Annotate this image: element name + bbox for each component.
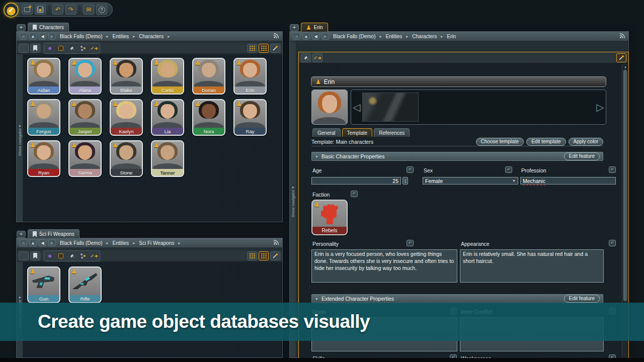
new-tab-button[interactable]: + (290, 24, 299, 31)
character-card[interactable]: ♟Erin (233, 58, 267, 95)
template-tool-button[interactable] (56, 251, 66, 260)
mail-button[interactable]: ✉ (83, 5, 94, 15)
small-grid-view-button[interactable] (247, 251, 257, 260)
connections-tool-button[interactable] (78, 251, 88, 260)
entity-portrait[interactable] (311, 89, 348, 125)
new-tab-button[interactable]: + (17, 24, 26, 31)
entity-tool-button[interactable]: ◆ (45, 44, 55, 53)
template-tool-button[interactable] (56, 44, 66, 53)
carousel-left-icon[interactable]: ◁ (351, 101, 362, 113)
apply-color-button[interactable]: Apply color (569, 138, 603, 146)
profession-reset-button[interactable]: ↶ (609, 166, 616, 173)
character-card[interactable]: ♟Nora (192, 99, 225, 136)
forward-icon[interactable]: ▶ (321, 33, 329, 40)
tab-sci-fi-weapons[interactable]: Sci Fi Weapons (28, 229, 79, 238)
confirm-tool-button[interactable]: ✓➜ (89, 44, 99, 53)
sex-dropdown[interactable]: Female▼ (423, 177, 518, 185)
weapon-card[interactable]: ♟ Gun (27, 266, 60, 303)
tab-template[interactable]: Template (342, 128, 373, 137)
back-icon[interactable]: ◀ (312, 33, 319, 40)
basic-properties-header[interactable]: ▼ Basic Character Properties Edit featur… (311, 152, 603, 161)
preview-image[interactable] (362, 93, 419, 122)
redo-button[interactable]: ↷ (65, 5, 76, 15)
tab-general[interactable]: General (312, 128, 341, 137)
sex-reset-button[interactable]: ↶ (505, 166, 512, 173)
age-reset-button[interactable]: ↶ (407, 166, 414, 173)
choose-template-button[interactable]: Choose template (476, 138, 524, 146)
small-grid-view-button[interactable] (247, 44, 257, 53)
personality-textarea[interactable]: Erin is a very focused person, who loves… (311, 249, 457, 283)
character-filter-button[interactable] (19, 251, 29, 260)
personality-reset-button[interactable]: ↶ (407, 240, 414, 246)
crumb-entities[interactable]: Entities (110, 240, 131, 246)
up-icon[interactable]: ▲ (29, 239, 37, 246)
properties-wand-button[interactable] (616, 53, 626, 62)
home-icon[interactable]: ⌂ (293, 33, 300, 40)
home-icon[interactable]: ⌂ (20, 239, 27, 246)
character-card[interactable]: ♟Dorian (192, 58, 225, 95)
rss-icon[interactable] (273, 33, 279, 40)
edit-template-button[interactable]: Edit template (526, 138, 566, 146)
back-icon[interactable]: ◀ (39, 33, 46, 40)
profession-input[interactable]: Mechanic (520, 177, 616, 185)
confirm-tool-button[interactable]: ✓➜ (89, 251, 99, 260)
appearance-textarea[interactable]: Erin is relatively small. She has natura… (460, 249, 604, 283)
properties-wand-button[interactable] (270, 251, 280, 260)
appearance-reset-button[interactable]: ↶ (609, 240, 616, 246)
up-icon[interactable]: ▲ (29, 33, 37, 40)
tab-references[interactable]: References (374, 128, 410, 137)
character-card[interactable]: ♟Tanner (151, 140, 184, 177)
forward-icon[interactable]: ▶ (48, 33, 56, 40)
app-logo-check-icon[interactable]: ✓ (4, 3, 19, 18)
save-button[interactable] (35, 5, 46, 15)
age-input[interactable]: 25 (311, 177, 401, 185)
character-filter-button[interactable] (19, 44, 29, 53)
entity-tool-button[interactable]: ◆ (45, 251, 55, 260)
help-button[interactable]: ? (96, 5, 107, 15)
confirm-tool-button[interactable]: ✓➜ (312, 53, 323, 62)
crumb-project[interactable]: Black Falls (Demo) (331, 34, 377, 39)
carousel-right-icon[interactable]: ▷ (595, 101, 606, 113)
tab-characters[interactable]: Characters (28, 23, 69, 32)
character-card[interactable]: ♟Curtis (151, 58, 184, 95)
properties-wand-button[interactable] (270, 44, 280, 53)
show-navigator-strip[interactable]: Show navigator ▾ (17, 54, 23, 222)
paint-tool-button[interactable] (67, 44, 77, 53)
character-card[interactable]: ♟Blake (110, 58, 143, 95)
edit-feature-button[interactable]: Edit feature (564, 152, 600, 160)
weapon-card[interactable]: ♟ Rifle (68, 266, 102, 303)
crumb-project[interactable]: Black Falls (Demo) (58, 240, 104, 246)
up-icon[interactable]: ▲ (302, 33, 310, 40)
home-icon[interactable]: ⌂ (20, 33, 27, 40)
rss-icon[interactable] (619, 33, 625, 40)
character-card[interactable]: ♟Sarina (68, 140, 102, 177)
crumb-characters[interactable]: Characters (137, 34, 166, 39)
character-card[interactable]: ♟Aidan (27, 58, 60, 95)
character-card[interactable]: ♟Jasper (68, 99, 102, 136)
scrollbar-thumb[interactable] (623, 70, 627, 301)
back-icon[interactable]: ◀ (39, 239, 46, 246)
character-card[interactable]: ♟Ryan (27, 140, 60, 177)
crumb-project[interactable]: Black Falls (Demo) (58, 34, 104, 39)
new-tab-button[interactable]: + (17, 231, 26, 238)
tab-erin[interactable]: ♟ Erin (301, 23, 328, 32)
character-card[interactable]: ♟Stone (110, 140, 143, 177)
crumb-weapons[interactable]: Sci Fi Weapons (137, 240, 176, 246)
new-button[interactable] (22, 5, 33, 15)
crumb-erin[interactable]: Erin (445, 34, 458, 39)
age-stepper[interactable]: ▲▼ (403, 177, 408, 185)
large-grid-view-button[interactable] (259, 251, 269, 260)
forward-icon[interactable]: ▶ (48, 239, 56, 246)
character-card[interactable]: ♟Lia (151, 99, 184, 136)
edit-feature-button[interactable]: Edit feature (564, 295, 600, 303)
bookmark-filter-button[interactable] (30, 44, 40, 53)
faction-card[interactable]: ♟ Rebels (311, 200, 348, 235)
faction-reset-button[interactable]: ↶ (351, 191, 358, 197)
crumb-characters[interactable]: Characters (410, 34, 439, 39)
rss-icon[interactable] (273, 239, 279, 246)
character-card[interactable]: ♟Ray (233, 99, 267, 136)
extended-properties-header[interactable]: ▼ Extended Character Properties Edit fea… (311, 294, 603, 303)
crumb-entities[interactable]: Entities (110, 34, 131, 39)
paint-tool-button[interactable] (301, 53, 311, 62)
bookmark-filter-button[interactable] (30, 251, 40, 260)
